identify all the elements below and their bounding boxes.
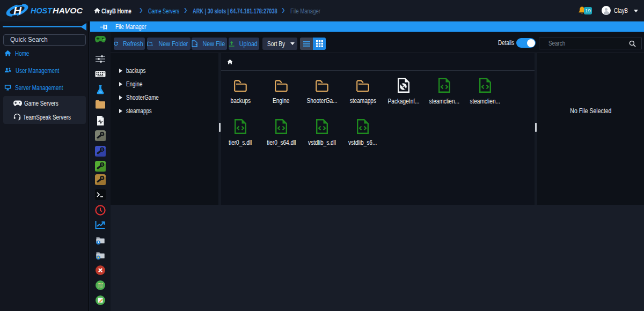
svg-text:HAVOC: HAVOC	[53, 6, 83, 15]
svg-text:HOST: HOST	[31, 6, 53, 15]
svg-text:H: H	[13, 5, 22, 17]
